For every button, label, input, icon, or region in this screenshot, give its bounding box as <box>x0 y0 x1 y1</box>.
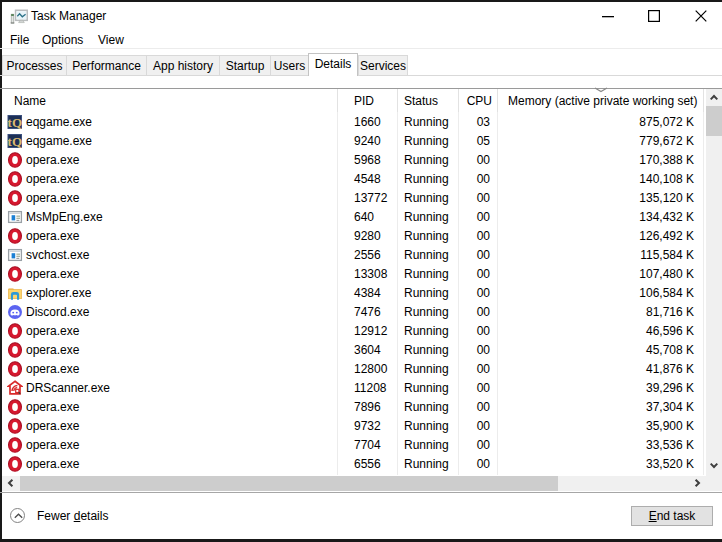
svg-text:tQ: tQ <box>8 115 22 130</box>
svg-text:tQ: tQ <box>8 134 22 149</box>
